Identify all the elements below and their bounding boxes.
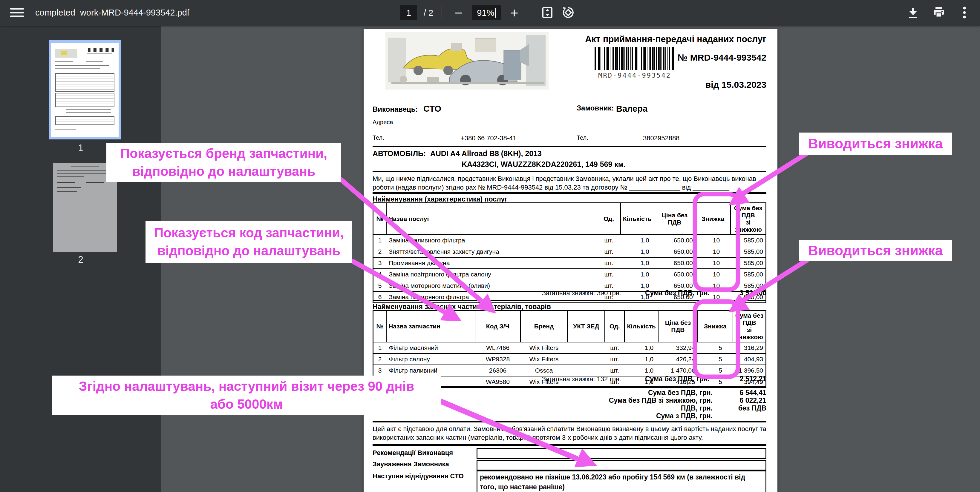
page-number-input[interactable]: 1 — [400, 5, 417, 20]
col-header: Од. — [605, 311, 624, 343]
table-cell: Промивання двигуна — [386, 257, 597, 269]
thumbnail-1-preview — [54, 46, 116, 134]
annotation-brand-note: Показується бренд запчастини, відповідно… — [107, 143, 341, 182]
table-cell: Заміна паливного фільтра — [386, 235, 597, 246]
col-header: Сума без ПДВ зі знижкою — [730, 203, 766, 235]
parts-table-title: Найменування запасних частин, матеріалів… — [372, 303, 766, 311]
document-content: Акт приймання-передачі наданих послуг MR… — [372, 29, 766, 492]
field-label-next-visit: Наступне відвідування СТО — [372, 472, 464, 480]
table-cell: шт. — [597, 269, 620, 280]
kebab-menu-icon — [963, 6, 967, 20]
menu-icon[interactable] — [10, 8, 24, 18]
phone-label-customer: Тел. — [577, 134, 588, 141]
table-cell: 650,00 — [654, 257, 695, 269]
table-row: 3Фільтр паливний26306Osscaшт.1,01 470,00… — [373, 365, 766, 376]
workshop-illustration — [385, 32, 549, 90]
table-cell — [567, 354, 605, 365]
col-header: Ціна без ПДВ — [654, 203, 695, 235]
services-table: № Назва послуг Од. Кількість Ціна без ПД… — [372, 202, 766, 303]
table-cell: 1 470,00 — [658, 365, 698, 376]
table-cell: Заміна повітряного фільтра салону — [386, 269, 597, 280]
table-cell: WP9328 — [475, 354, 520, 365]
field-box-remarks — [477, 460, 766, 470]
table-cell: шт. — [597, 257, 620, 269]
table-row: 1Заміна паливного фільтрашт.1,0650,00105… — [373, 235, 766, 246]
table-cell: 332,94 — [658, 342, 698, 354]
thumbnail-page-1[interactable] — [49, 40, 121, 140]
table-cell: Фільтр масляний — [386, 342, 475, 354]
pdf-viewer: completed_work-MRD-9444-993542.pdf 1 / 2… — [0, 0, 980, 492]
table-cell: 10 — [695, 257, 730, 269]
table-cell: 1,0 — [620, 257, 654, 269]
address-label: Адреса — [372, 119, 766, 126]
table-cell: 585,00 — [730, 246, 766, 257]
next-visit-text: рекомендовано не пізніше 13.06.2023 або … — [477, 471, 765, 492]
table-cell: 10 — [695, 235, 730, 246]
vehicle-label: АВТОМОБІЛЬ: — [372, 149, 426, 158]
zoom-out-button[interactable]: − — [450, 5, 467, 21]
payment-note: Цей акт є підставою для оплати. Замовник… — [372, 425, 766, 442]
table-cell: 426,24 — [658, 354, 698, 365]
field-box-recommendations — [477, 448, 766, 459]
table-cell: 404,93 — [733, 354, 766, 365]
document-title: Акт приймання-передачі наданих послуг — [539, 34, 766, 44]
col-header: Ціна без ПДВ — [658, 311, 698, 343]
thumbnail-sidebar: 1 2 — [0, 26, 161, 492]
table-cell: 1,0 — [624, 365, 658, 376]
more-options-button[interactable] — [957, 5, 972, 21]
table-cell: 1 — [373, 342, 387, 354]
table-cell: Wix Filters — [520, 342, 568, 354]
download-button[interactable] — [905, 5, 921, 21]
vehicle-line1: AUDI A4 Allroad B8 (8KH), 2013 — [430, 149, 542, 158]
zoom-in-button[interactable]: + — [506, 5, 522, 21]
table-cell: шт. — [605, 365, 624, 376]
download-icon — [907, 6, 920, 20]
text-caret — [495, 8, 496, 17]
table-cell: 650,00 — [654, 235, 695, 246]
total-value: 6 544,41 — [713, 389, 766, 397]
annotation-discount-note-2: Виводиться знижка — [799, 240, 952, 261]
table-cell: шт. — [605, 354, 624, 365]
total-label: ПДВ, грн. — [681, 404, 713, 412]
table-cell: 3 — [373, 365, 387, 376]
file-name: completed_work-MRD-9444-993542.pdf — [35, 8, 189, 17]
col-header: Знижка — [695, 203, 730, 235]
field-box-next-visit: рекомендовано не пізніше 13.06.2023 або … — [477, 470, 766, 492]
field-value — [477, 449, 482, 458]
table-cell: 5 — [698, 354, 733, 365]
print-button[interactable] — [931, 5, 947, 21]
document-page-1[interactable]: Акт приймання-передачі наданих послуг MR… — [364, 29, 778, 492]
customer-name: Валера — [616, 104, 648, 114]
services-sum-label: Сума без ПДВ, грн. — [645, 289, 710, 297]
customer-label: Замовник: — [577, 104, 614, 112]
annotation-text: відповідно до налаштувань — [132, 162, 315, 180]
parts-discount-note: Загальна знижка: 132 грн. — [542, 375, 621, 383]
zoom-value: 91% — [477, 8, 494, 18]
annotation-text: Згідно налаштувань, наступний візит чере… — [79, 377, 414, 395]
table-cell: 1,0 — [624, 342, 658, 354]
total-label: Сума без ПДВ, грн. — [648, 389, 713, 397]
table-row: 1Фільтр маслянийWL7466Wix Filtersшт.1,03… — [373, 342, 766, 354]
table-cell: 650,00 — [654, 269, 695, 280]
rule — [372, 421, 766, 422]
table-cell: Зняття/встановлення захисту двигуна — [386, 246, 597, 257]
table-cell: 5 — [698, 365, 733, 376]
document-date: від 15.03.2023 — [539, 80, 766, 90]
table-cell: шт. — [597, 235, 620, 246]
table-cell: 10 — [695, 246, 730, 257]
table-cell: шт. — [597, 246, 620, 257]
rotate-icon — [562, 6, 575, 20]
rotate-button[interactable] — [560, 5, 576, 21]
table-cell — [567, 342, 605, 354]
toolbar: completed_work-MRD-9444-993542.pdf 1 / 2… — [0, 0, 980, 26]
fit-page-button[interactable] — [539, 5, 555, 21]
total-value: 6 022,21 — [713, 397, 766, 404]
executor-name: СТО — [423, 104, 441, 113]
rule — [372, 300, 766, 301]
col-header: Од. — [597, 203, 620, 235]
table-row: 2Фільтр салонуWP9328Wix Filtersшт.1,0426… — [373, 354, 766, 365]
print-icon — [932, 6, 946, 20]
annotation-text: Показується код запчастини, — [154, 224, 344, 242]
zoom-input[interactable]: 91% — [472, 5, 501, 20]
table-cell: 316,29 — [733, 342, 766, 354]
